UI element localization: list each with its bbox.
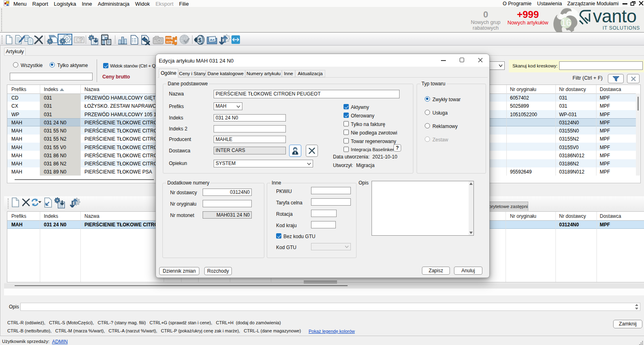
svg-text:16: 16 xyxy=(561,17,571,28)
svg-text:$: $ xyxy=(199,37,202,43)
svg-text:IT SOLUTIONS: IT SOLUTIONS xyxy=(603,25,640,31)
svg-text:?: ? xyxy=(79,37,83,43)
svg-text:AUTO: AUTO xyxy=(166,41,173,43)
svg-text:PROFI: PROFI xyxy=(166,37,173,39)
svg-text:vanto: vanto xyxy=(593,9,637,26)
